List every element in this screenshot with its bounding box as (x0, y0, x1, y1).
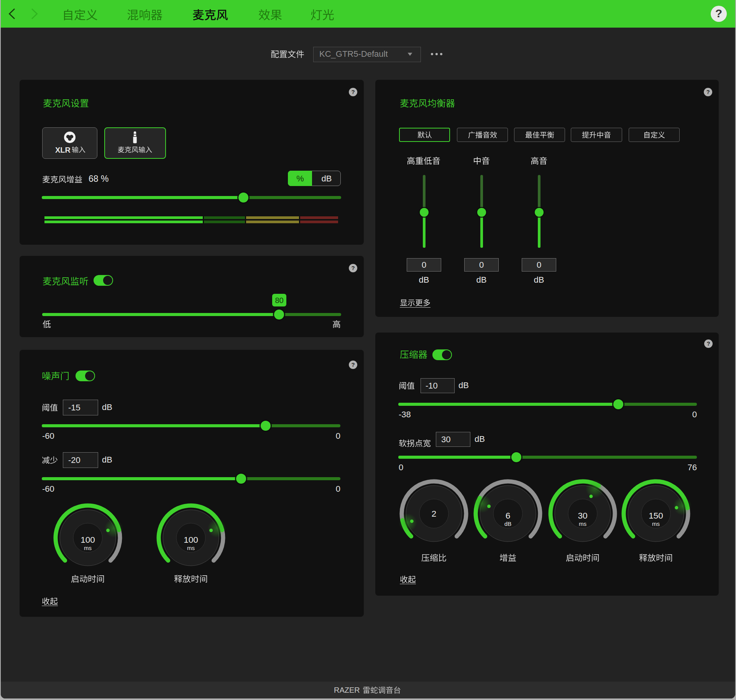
svg-text:ms: ms (84, 545, 92, 551)
svg-text:6: 6 (506, 511, 511, 520)
svg-text:150: 150 (649, 511, 663, 520)
svg-text:ms: ms (652, 520, 660, 527)
svg-text:ms: ms (187, 545, 195, 551)
svg-text:ms: ms (579, 520, 586, 527)
svg-text:100: 100 (184, 535, 198, 545)
svg-text:30: 30 (578, 511, 587, 520)
svg-text:2: 2 (432, 509, 437, 519)
svg-text:dB: dB (504, 520, 511, 527)
svg-text:100: 100 (80, 535, 95, 545)
